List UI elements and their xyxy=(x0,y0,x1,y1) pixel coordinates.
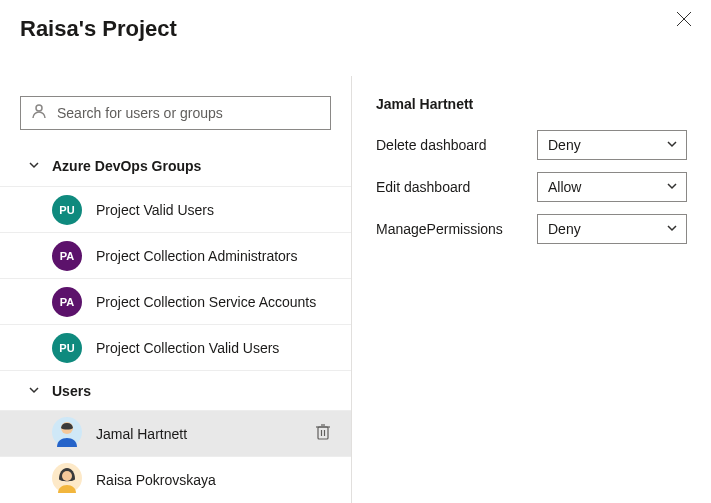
user-icon xyxy=(31,103,47,123)
group-header-users[interactable]: Users xyxy=(0,370,351,410)
chevron-down-icon xyxy=(666,137,678,153)
user-item-label: Raisa Pokrovskaya xyxy=(96,472,216,488)
group-item[interactable]: PA Project Collection Service Accounts xyxy=(0,278,351,324)
permission-row: ManagePermissions Deny xyxy=(376,214,687,244)
avatar: PU xyxy=(52,195,82,225)
identity-list-panel: Azure DevOps Groups PU Project Valid Use… xyxy=(0,76,352,503)
user-item-label: Jamal Hartnett xyxy=(96,426,187,442)
group-item[interactable]: PU Project Collection Valid Users xyxy=(0,324,351,370)
close-button[interactable] xyxy=(675,10,693,32)
group-item[interactable]: PA Project Collection Administrators xyxy=(0,232,351,278)
group-item-label: Project Collection Valid Users xyxy=(96,340,279,356)
delete-user-button[interactable] xyxy=(315,423,331,445)
group-header-label: Azure DevOps Groups xyxy=(52,158,201,174)
permission-select-delete-dashboard[interactable]: Deny xyxy=(537,130,687,160)
permission-select-manage-permissions[interactable]: Deny xyxy=(537,214,687,244)
permission-select-edit-dashboard[interactable]: Allow xyxy=(537,172,687,202)
svg-rect-5 xyxy=(318,427,328,439)
dialog-title: Raisa's Project xyxy=(0,0,711,42)
avatar: PA xyxy=(52,287,82,317)
permission-label: ManagePermissions xyxy=(376,221,503,237)
avatar xyxy=(52,417,82,451)
permissions-panel: Jamal Hartnett Delete dashboard Deny Edi… xyxy=(352,76,711,503)
permission-value: Deny xyxy=(548,221,581,237)
permission-label: Delete dashboard xyxy=(376,137,487,153)
avatar: PU xyxy=(52,333,82,363)
svg-point-11 xyxy=(62,471,72,481)
search-input[interactable] xyxy=(55,104,320,122)
group-header-azure-devops[interactable]: Azure DevOps Groups xyxy=(0,146,351,186)
group-item[interactable]: PU Project Valid Users xyxy=(0,186,351,232)
chevron-down-icon xyxy=(666,179,678,195)
chevron-down-icon xyxy=(28,157,40,175)
user-item-raisa[interactable]: Raisa Pokrovskaya xyxy=(0,456,351,502)
permission-row: Edit dashboard Allow xyxy=(376,172,687,202)
selected-user-heading: Jamal Hartnett xyxy=(376,96,687,112)
group-item-label: Project Valid Users xyxy=(96,202,214,218)
trash-icon xyxy=(315,427,331,444)
avatar xyxy=(52,463,82,497)
chevron-down-icon xyxy=(666,221,678,237)
permission-label: Edit dashboard xyxy=(376,179,470,195)
permission-row: Delete dashboard Deny xyxy=(376,130,687,160)
group-header-label: Users xyxy=(52,383,91,399)
group-item-label: Project Collection Service Accounts xyxy=(96,294,316,310)
permission-value: Allow xyxy=(548,179,581,195)
avatar: PA xyxy=(52,241,82,271)
group-item-label: Project Collection Administrators xyxy=(96,248,298,264)
search-field[interactable] xyxy=(20,96,331,130)
chevron-down-icon xyxy=(28,382,40,400)
user-item-jamal[interactable]: Jamal Hartnett xyxy=(0,410,351,456)
svg-point-2 xyxy=(36,105,42,111)
close-icon xyxy=(675,14,693,31)
permission-value: Deny xyxy=(548,137,581,153)
